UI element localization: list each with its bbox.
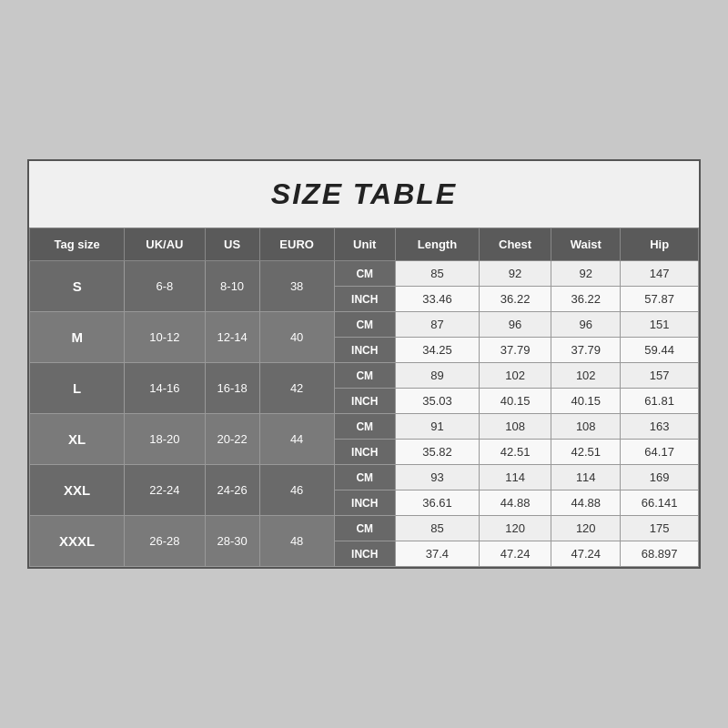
header-waist: Waist bbox=[551, 228, 621, 261]
cell-length-inch: 35.82 bbox=[395, 440, 479, 465]
cell-chest-inch: 42.51 bbox=[479, 440, 551, 465]
cell-waist-cm: 92 bbox=[551, 261, 621, 287]
cell-chest-cm: 102 bbox=[479, 363, 551, 389]
cell-hip-cm: 151 bbox=[621, 312, 699, 338]
cell-us: 24-26 bbox=[205, 465, 259, 516]
cell-waist-cm: 120 bbox=[551, 516, 621, 541]
header-chest: Chest bbox=[479, 228, 551, 261]
cell-chest-cm: 114 bbox=[479, 465, 551, 490]
cell-hip-cm: 157 bbox=[621, 363, 699, 389]
cell-hip-inch: 66.141 bbox=[621, 490, 699, 516]
cell-unit-cm: CM bbox=[334, 363, 395, 389]
cell-unit-cm: CM bbox=[334, 516, 395, 541]
cell-euro: 48 bbox=[259, 516, 334, 567]
cell-euro: 46 bbox=[259, 465, 334, 516]
cell-tag: XXL bbox=[30, 465, 125, 516]
cell-unit-cm: CM bbox=[334, 465, 395, 490]
header-tag-size: Tag size bbox=[30, 228, 125, 261]
cell-euro: 42 bbox=[259, 363, 334, 414]
cell-tag: L bbox=[30, 363, 125, 414]
cell-unit-cm: CM bbox=[334, 312, 395, 338]
cell-hip-inch: 68.897 bbox=[621, 541, 699, 567]
cell-waist-cm: 96 bbox=[551, 312, 621, 338]
cell-waist-inch: 47.24 bbox=[551, 541, 621, 567]
cell-length-inch: 34.25 bbox=[395, 338, 479, 363]
cell-unit-inch: INCH bbox=[334, 389, 395, 414]
cell-tag: XXXL bbox=[30, 516, 125, 567]
header-hip: Hip bbox=[621, 228, 699, 261]
cell-chest-inch: 36.22 bbox=[479, 287, 551, 312]
cell-ukau: 18-20 bbox=[125, 414, 205, 465]
cell-hip-cm: 169 bbox=[621, 465, 699, 490]
cell-tag: M bbox=[30, 312, 125, 363]
cell-waist-inch: 37.79 bbox=[551, 338, 621, 363]
cell-waist-inch: 40.15 bbox=[551, 389, 621, 414]
cell-hip-inch: 64.17 bbox=[621, 440, 699, 465]
cell-hip-cm: 163 bbox=[621, 414, 699, 440]
cell-chest-cm: 92 bbox=[479, 261, 551, 287]
cell-chest-cm: 108 bbox=[479, 414, 551, 440]
cell-chest-inch: 37.79 bbox=[479, 338, 551, 363]
cell-length-cm: 91 bbox=[395, 414, 479, 440]
cell-chest-inch: 40.15 bbox=[479, 389, 551, 414]
cell-unit-inch: INCH bbox=[334, 490, 395, 516]
cell-length-inch: 33.46 bbox=[395, 287, 479, 312]
cell-length-inch: 35.03 bbox=[395, 389, 479, 414]
cell-us: 12-14 bbox=[205, 312, 259, 363]
cell-us: 28-30 bbox=[205, 516, 259, 567]
cell-us: 16-18 bbox=[205, 363, 259, 414]
cell-tag: XL bbox=[30, 414, 125, 465]
cell-chest-inch: 44.88 bbox=[479, 490, 551, 516]
header-unit: Unit bbox=[334, 228, 395, 261]
cell-waist-cm: 108 bbox=[551, 414, 621, 440]
cell-unit-inch: INCH bbox=[334, 541, 395, 567]
size-table-container: SIZE TABLE Tag size UK/AU US EURO Unit L… bbox=[27, 159, 701, 569]
table-body: S 6-8 8-10 38 CM 85 92 92 147 INCH 33.46… bbox=[30, 261, 699, 567]
header-ukau: UK/AU bbox=[125, 228, 205, 261]
cell-unit-inch: INCH bbox=[334, 338, 395, 363]
cell-hip-inch: 59.44 bbox=[621, 338, 699, 363]
cell-length-cm: 93 bbox=[395, 465, 479, 490]
cell-hip-cm: 175 bbox=[621, 516, 699, 541]
cell-ukau: 14-16 bbox=[125, 363, 205, 414]
cell-waist-cm: 102 bbox=[551, 363, 621, 389]
cell-waist-inch: 44.88 bbox=[551, 490, 621, 516]
cell-length-cm: 85 bbox=[395, 261, 479, 287]
cell-length-cm: 87 bbox=[395, 312, 479, 338]
cell-waist-cm: 114 bbox=[551, 465, 621, 490]
cell-ukau: 26-28 bbox=[125, 516, 205, 567]
table-row: L 14-16 16-18 42 CM 89 102 102 157 bbox=[30, 363, 699, 389]
cell-ukau: 10-12 bbox=[125, 312, 205, 363]
table-row: M 10-12 12-14 40 CM 87 96 96 151 bbox=[30, 312, 699, 338]
cell-hip-inch: 57.87 bbox=[621, 287, 699, 312]
table-row: XXXL 26-28 28-30 48 CM 85 120 120 175 bbox=[30, 516, 699, 541]
cell-ukau: 22-24 bbox=[125, 465, 205, 516]
cell-length-cm: 85 bbox=[395, 516, 479, 541]
table-row: XL 18-20 20-22 44 CM 91 108 108 163 bbox=[30, 414, 699, 440]
cell-us: 8-10 bbox=[205, 261, 259, 312]
header-row: Tag size UK/AU US EURO Unit Length Chest… bbox=[30, 228, 699, 261]
cell-hip-cm: 147 bbox=[621, 261, 699, 287]
table-title: SIZE TABLE bbox=[29, 161, 699, 228]
cell-unit-cm: CM bbox=[334, 261, 395, 287]
cell-waist-inch: 36.22 bbox=[551, 287, 621, 312]
cell-chest-cm: 120 bbox=[479, 516, 551, 541]
cell-euro: 44 bbox=[259, 414, 334, 465]
header-length: Length bbox=[395, 228, 479, 261]
cell-length-inch: 36.61 bbox=[395, 490, 479, 516]
size-table: Tag size UK/AU US EURO Unit Length Chest… bbox=[29, 228, 699, 567]
cell-unit-inch: INCH bbox=[334, 440, 395, 465]
cell-euro: 38 bbox=[259, 261, 334, 312]
cell-length-inch: 37.4 bbox=[395, 541, 479, 567]
cell-unit-cm: CM bbox=[334, 414, 395, 440]
cell-tag: S bbox=[30, 261, 125, 312]
cell-us: 20-22 bbox=[205, 414, 259, 465]
cell-unit-inch: INCH bbox=[334, 287, 395, 312]
cell-hip-inch: 61.81 bbox=[621, 389, 699, 414]
cell-length-cm: 89 bbox=[395, 363, 479, 389]
cell-ukau: 6-8 bbox=[125, 261, 205, 312]
header-euro: EURO bbox=[259, 228, 334, 261]
table-row: S 6-8 8-10 38 CM 85 92 92 147 bbox=[30, 261, 699, 287]
cell-euro: 40 bbox=[259, 312, 334, 363]
cell-waist-inch: 42.51 bbox=[551, 440, 621, 465]
